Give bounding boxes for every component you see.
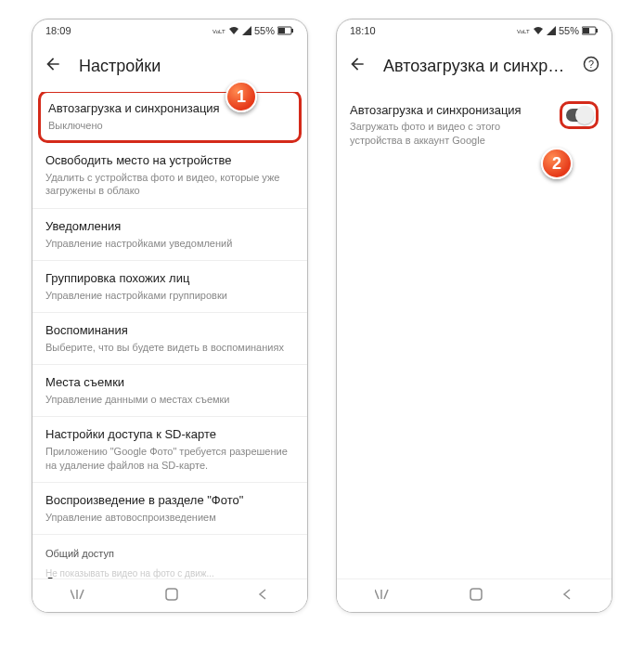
setting-item-playback[interactable]: Воспроизведение в разделе "Фото" Управле… [32,483,307,535]
setting-title: Места съемки [45,375,294,391]
settings-list: Автозагрузка и синхронизация Выключено О… [32,92,307,613]
status-right: VoLTE 55% [517,25,599,36]
svg-line-6 [80,590,84,599]
setting-subtitle: Удалить с устройства фото и видео, котор… [45,171,294,198]
setting-subtitle: Приложению "Google Фото" требуется разре… [45,445,294,472]
nav-back-button[interactable] [238,582,288,610]
setting-item-backup-sync[interactable]: Автозагрузка и синхронизация Выключено [38,92,302,143]
setting-title: Воспоминания [45,323,294,339]
setting-subtitle: Управление настройками уведомлений [45,237,294,250]
section-header-sharing: Общий доступ [32,535,307,565]
setting-subtitle: Выберите, что вы будете видеть в воспоми… [45,341,294,354]
nav-home-button[interactable] [450,581,502,611]
android-navbar [337,578,612,612]
battery-icon [277,26,294,35]
backup-sync-toggle[interactable] [566,109,592,122]
status-time: 18:09 [45,25,71,36]
svg-line-14 [375,590,379,599]
wifi-icon [228,26,239,35]
page-title: Автозагрузка и синхрони... [383,57,565,76]
svg-rect-7 [166,589,177,600]
status-right: VoLTE 55% [213,25,294,36]
svg-text:VoLTE: VoLTE [517,29,530,34]
android-navbar [32,578,307,612]
wifi-icon [533,26,544,35]
svg-rect-2 [291,29,293,32]
svg-line-4 [71,590,74,599]
svg-rect-3 [278,28,285,33]
nav-recents-button[interactable] [356,582,410,610]
backup-sync-row: Автозагрузка и синхронизация Загружать ф… [337,92,612,159]
setting-title: Настройки доступа к SD-карте [45,427,294,443]
battery-icon [582,26,599,35]
toggle-highlight [560,101,599,129]
setting-subtitle: Выключено [48,119,291,132]
svg-rect-10 [596,29,598,32]
annotation-badge-1: 1 [225,81,257,112]
setting-item-memories[interactable]: Воспоминания Выберите, что вы будете вид… [32,313,307,365]
battery-text: 55% [254,25,275,36]
cutoff-text: Не показывать видео на фото с движ... [32,565,227,578]
annotation-badge-2: 2 [541,148,573,179]
header: Автозагрузка и синхрони... ? [337,42,612,92]
setting-subtitle: Управление настройками группировки [45,289,294,302]
setting-item-face-grouping[interactable]: Группировка похожих лиц Управление настр… [32,261,307,313]
status-bar: 18:09 VoLTE 55% [32,20,307,42]
phone-screen-backup-detail: 2 18:10 VoLTE 55% Автозагрузка и синхрон… [336,19,612,613]
signal-icon [547,26,556,35]
backup-sync-text: Автозагрузка и синхронизация Загружать ф… [350,103,550,148]
nav-recents-button[interactable] [52,582,106,610]
volte-icon: VoLTE [213,26,225,35]
volte-icon: VoLTE [517,26,530,35]
setting-subtitle: Управление данными о местах съемки [45,393,294,406]
status-time: 18:10 [350,25,376,36]
svg-text:?: ? [588,58,594,70]
detail-title: Автозагрузка и синхронизация [350,103,550,117]
svg-rect-17 [470,589,482,600]
setting-item-locations[interactable]: Места съемки Управление данными о местах… [32,365,307,417]
setting-title: Освободить место на устройстве [45,153,294,169]
setting-item-free-space[interactable]: Освободить место на устройстве Удалить с… [32,143,307,208]
svg-text:VoLTE: VoLTE [213,29,225,34]
setting-title: Уведомления [45,219,294,235]
phone-screen-settings: 1 18:09 VoLTE 55% Настройки Автозагрузка… [32,19,308,613]
back-button[interactable] [40,51,66,81]
back-button[interactable] [344,51,370,81]
page-title: Настройки [79,57,300,76]
nav-home-button[interactable] [146,581,198,611]
status-bar: 18:10 VoLTE 55% [337,20,612,42]
setting-item-sd-card[interactable]: Настройки доступа к SD-карте Приложению … [32,417,307,482]
svg-line-16 [384,590,388,599]
setting-item-notifications[interactable]: Уведомления Управление настройками уведо… [32,209,307,261]
detail-subtitle: Загружать фото и видео с этого устройств… [350,120,550,148]
svg-rect-11 [583,28,589,33]
setting-title: Воспроизведение в разделе "Фото" [45,493,294,509]
help-button[interactable]: ? [578,51,604,81]
setting-title: Группировка похожих лиц [45,271,294,287]
setting-subtitle: Управление автовоспроизведением [45,511,294,524]
header: Настройки [32,42,307,92]
nav-back-button[interactable] [542,582,592,610]
signal-icon [242,26,251,35]
battery-text: 55% [559,25,579,36]
